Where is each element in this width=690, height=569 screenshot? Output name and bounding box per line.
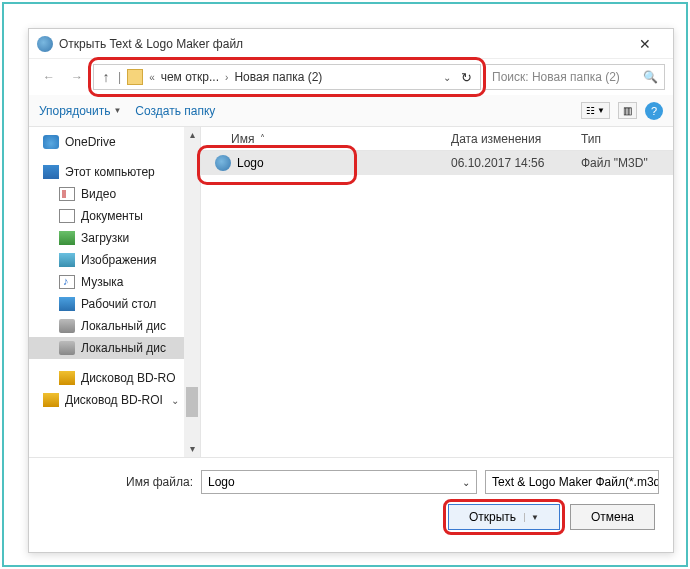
tree-images[interactable]: Изображения — [29, 249, 200, 271]
filename-label: Имя файла: — [43, 475, 193, 489]
view-mode-button[interactable]: ☷ ▼ — [581, 102, 610, 119]
tree-documents[interactable]: Документы — [29, 205, 200, 227]
breadcrumb-segment[interactable]: чем откр... — [157, 70, 223, 84]
tree-disk[interactable]: Локальный дис — [29, 315, 200, 337]
download-icon — [59, 231, 75, 245]
bd-icon — [59, 371, 75, 385]
file-list: Имя˄ Дата изменения Тип Logo 06.10.2017 … — [201, 127, 673, 457]
file-row[interactable]: Logo 06.10.2017 14:56 Файл "M3D" — [201, 151, 673, 175]
forward-button[interactable]: → — [65, 65, 89, 89]
tree-bd-drive[interactable]: Дисковод BD-RO — [29, 367, 200, 389]
breadcrumb-segment[interactable]: Новая папка (2) — [230, 70, 326, 84]
scroll-up-icon[interactable]: ▴ — [184, 127, 200, 143]
window-title: Открыть Text & Logo Maker файл — [59, 37, 625, 51]
tree-onedrive[interactable]: OneDrive — [29, 131, 200, 153]
image-icon — [59, 253, 75, 267]
address-bar[interactable]: ↑ | « чем откр... › Новая папка (2) ⌄ ↻ — [93, 64, 481, 90]
tree-music[interactable]: Музыка — [29, 271, 200, 293]
column-headers: Имя˄ Дата изменения Тип — [201, 127, 673, 151]
chevron-down-icon: ⌄ — [171, 395, 179, 406]
file-name: Logo — [237, 156, 264, 170]
titlebar: Открыть Text & Logo Maker файл ✕ — [29, 29, 673, 59]
file-icon — [215, 155, 231, 171]
chevron-down-icon: ▼ — [113, 106, 121, 115]
desktop-icon — [59, 297, 75, 311]
scroll-down-icon[interactable]: ▾ — [184, 441, 200, 457]
chevron-down-icon[interactable]: ⌄ — [462, 477, 470, 488]
organize-menu[interactable]: Упорядочить ▼ — [39, 104, 121, 118]
footer: Имя файла: Logo ⌄ Text & Logo Maker Файл… — [29, 457, 673, 542]
filetype-filter[interactable]: Text & Logo Maker Файл(*.m3d ⌄ — [485, 470, 659, 494]
new-folder-button[interactable]: Создать папку — [135, 104, 215, 118]
scroll-thumb[interactable] — [186, 387, 198, 417]
open-file-dialog: Открыть Text & Logo Maker файл ✕ ← → ↑ |… — [28, 28, 674, 553]
col-name[interactable]: Имя˄ — [201, 132, 451, 146]
refresh-button[interactable]: ↻ — [455, 70, 478, 85]
sort-asc-icon: ˄ — [260, 133, 265, 144]
address-dropdown[interactable]: ⌄ — [439, 72, 455, 83]
filename-input[interactable]: Logo ⌄ — [201, 470, 477, 494]
chevron-right-icon: › — [223, 72, 230, 83]
tree-desktop[interactable]: Рабочий стол — [29, 293, 200, 315]
open-split-dropdown[interactable]: ▼ — [524, 513, 539, 522]
file-type: Файл "M3D" — [581, 156, 673, 170]
preview-pane-button[interactable]: ▥ — [618, 102, 637, 119]
col-type[interactable]: Тип — [581, 132, 673, 146]
pc-icon — [43, 165, 59, 179]
app-icon — [37, 36, 53, 52]
bd-icon — [43, 393, 59, 407]
cloud-icon — [43, 135, 59, 149]
search-icon: 🔍 — [643, 70, 658, 84]
toolbar: Упорядочить ▼ Создать папку ☷ ▼ ▥ ? — [29, 95, 673, 127]
navigation-tree: OneDrive Этот компьютер Видео Документы … — [29, 127, 201, 457]
tree-this-pc[interactable]: Этот компьютер — [29, 161, 200, 183]
tree-video[interactable]: Видео — [29, 183, 200, 205]
cancel-button[interactable]: Отмена — [570, 504, 655, 530]
nav-row: ← → ↑ | « чем откр... › Новая папка (2) … — [29, 59, 673, 95]
disk-icon — [59, 319, 75, 333]
disk-icon — [59, 341, 75, 355]
close-button[interactable]: ✕ — [625, 36, 665, 52]
back-button[interactable]: ← — [37, 65, 61, 89]
tree-disk-selected[interactable]: Локальный дис — [29, 337, 200, 359]
document-icon — [59, 209, 75, 223]
col-modified[interactable]: Дата изменения — [451, 132, 581, 146]
search-input[interactable]: Поиск: Новая папка (2) 🔍 — [485, 64, 665, 90]
folder-icon — [127, 69, 143, 85]
help-button[interactable]: ? — [645, 102, 663, 120]
video-icon — [59, 187, 75, 201]
music-icon — [59, 275, 75, 289]
chevron-icon[interactable]: « — [147, 72, 157, 83]
tree-scrollbar[interactable]: ▴ ▾ — [184, 127, 200, 457]
tree-bd-drive[interactable]: Дисковод BD-ROI ⌄ — [29, 389, 200, 411]
up-button[interactable]: ↑ — [96, 69, 116, 85]
search-placeholder: Поиск: Новая папка (2) — [492, 70, 620, 84]
file-modified: 06.10.2017 14:56 — [451, 156, 581, 170]
open-button[interactable]: Открыть ▼ — [448, 504, 560, 530]
tree-downloads[interactable]: Загрузки — [29, 227, 200, 249]
